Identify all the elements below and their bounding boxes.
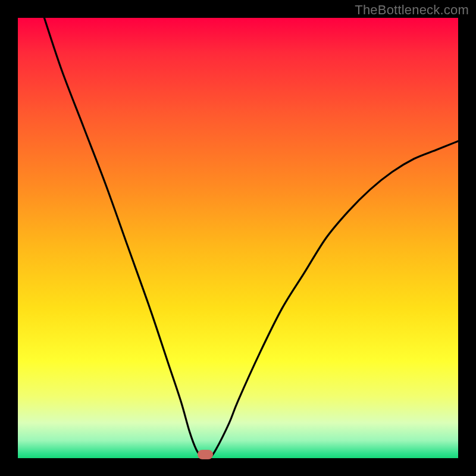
- optimal-marker: [198, 450, 213, 459]
- bottleneck-curve: [18, 18, 458, 458]
- plot-area: [18, 18, 458, 458]
- chart-frame: TheBottleneck.com: [0, 0, 476, 476]
- watermark-text: TheBottleneck.com: [355, 2, 469, 18]
